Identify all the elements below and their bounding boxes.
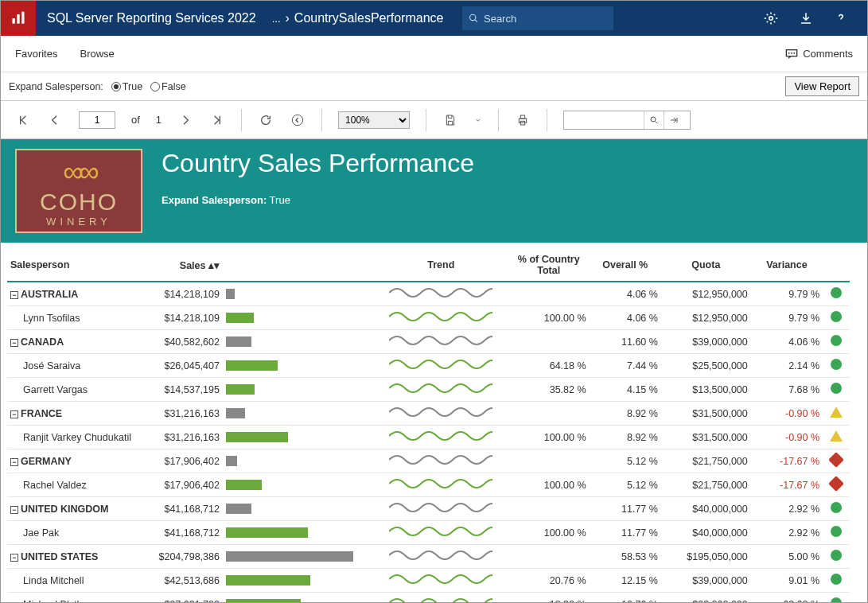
country-row: −UNITED STATES $204,798,386 58.53 % $195… <box>7 545 850 569</box>
nav-tabs: Favorites Browse Comments <box>1 36 867 72</box>
kpi-indicator <box>831 526 842 537</box>
col-quota[interactable]: Quota <box>661 249 751 282</box>
expand-toggle[interactable]: − <box>10 554 18 562</box>
salesperson-row: Jae Pak $41,168,712 100.00 % 11.77 % $40… <box>7 521 850 545</box>
svg-line-4 <box>475 20 477 22</box>
salesperson-row: Rachel Valdez $17,906,402 100.00 % 5.12 … <box>7 473 850 497</box>
country-row: −GERMANY $17,906,402 5.12 % $21,750,000 … <box>7 449 850 473</box>
page-total: 1 <box>156 114 162 126</box>
svg-rect-11 <box>519 119 526 123</box>
salesperson-row: Ranjit Varkey Chudukatil $31,216,163 100… <box>7 426 850 449</box>
comments-label: Comments <box>803 48 853 60</box>
salesperson-row: Garrett Vargas $14,537,195 35.82 % 4.15 … <box>7 378 850 402</box>
kpi-indicator <box>830 430 843 442</box>
expand-toggle[interactable]: − <box>10 291 18 299</box>
col-trend[interactable]: Trend <box>374 249 508 282</box>
chart-icon <box>10 10 26 26</box>
page-of-label: of <box>131 114 140 126</box>
col-sales[interactable]: Sales ▴▾ <box>142 249 223 282</box>
report-header: ∞∞ COHO WINERY Country Sales Performance… <box>1 139 867 243</box>
kpi-indicator <box>831 287 842 298</box>
svg-point-9 <box>794 53 795 53</box>
app-title: SQL Server Reporting Services 2022 <box>36 11 267 25</box>
col-salesperson[interactable]: Salesperson <box>7 249 142 282</box>
svg-rect-2 <box>21 12 24 24</box>
comments-button[interactable]: Comments <box>785 48 853 60</box>
radio-true[interactable]: True <box>111 81 142 92</box>
parameter-bar: Expand Salesperson: True False View Repo… <box>1 72 867 101</box>
tab-browse[interactable]: Browse <box>80 48 114 60</box>
kpi-indicator <box>831 597 842 603</box>
comment-icon <box>785 49 798 60</box>
breadcrumb-report[interactable]: CountrySalesPerformance <box>294 11 444 25</box>
view-report-button[interactable]: View Report <box>785 76 859 96</box>
country-row: −CANADA $40,582,602 11.60 % $39,000,000 … <box>7 330 850 354</box>
breadcrumb-ellipsis[interactable]: ... <box>267 13 286 25</box>
col-variance[interactable]: Variance <box>751 249 823 282</box>
prev-page-button[interactable] <box>47 112 63 128</box>
report-viewport[interactable]: ∞∞ COHO WINERY Country Sales Performance… <box>1 139 867 603</box>
app-logo[interactable] <box>1 1 36 36</box>
gear-icon[interactable] <box>764 11 778 25</box>
salesperson-row: Lynn Tsofilas $14,218,109 100.00 % 4.06 … <box>7 306 850 330</box>
back-button[interactable] <box>290 112 306 128</box>
app-header: SQL Server Reporting Services 2022 ... ›… <box>1 1 867 36</box>
company-logo: ∞∞ COHO WINERY <box>15 149 142 233</box>
report-title: Country Sales Performance <box>162 149 474 178</box>
svg-point-14 <box>651 117 656 122</box>
find-next-button[interactable] <box>664 115 683 125</box>
kpi-indicator <box>831 359 842 370</box>
page-number-input[interactable] <box>79 111 115 129</box>
kpi-indicator <box>831 335 842 346</box>
salesperson-row: Linda Mitchell $42,513,686 20.76 % 12.15… <box>7 569 850 593</box>
svg-point-5 <box>769 17 773 21</box>
tab-favorites[interactable]: Favorites <box>15 48 57 60</box>
country-row: −AUSTRALIA $14,218,109 4.06 % $12,950,00… <box>7 282 850 306</box>
expand-toggle[interactable]: − <box>10 506 18 514</box>
param-label: Expand Salesperson: <box>9 81 103 92</box>
expand-toggle[interactable]: − <box>10 458 18 466</box>
kpi-indicator <box>828 452 844 468</box>
find-button[interactable] <box>644 115 664 125</box>
download-icon[interactable] <box>799 11 813 25</box>
svg-rect-0 <box>13 18 15 24</box>
kpi-indicator <box>831 383 842 394</box>
svg-point-8 <box>792 53 792 53</box>
salesperson-row: Michael Blythe $37,631,782 18.38 % 10.76… <box>7 593 850 604</box>
svg-point-7 <box>788 53 789 53</box>
first-page-button[interactable] <box>15 112 31 128</box>
col-pct-country[interactable]: % of Country Total <box>508 249 590 282</box>
breadcrumb-sep: › <box>286 11 290 25</box>
radio-false[interactable]: False <box>150 81 186 92</box>
search-icon <box>469 13 479 24</box>
next-page-button[interactable] <box>177 112 193 128</box>
find-box <box>563 111 691 130</box>
find-input[interactable] <box>564 115 644 126</box>
zoom-select[interactable]: 100% <box>338 111 410 129</box>
salesperson-row: José Saraiva $26,045,407 64.18 % 7.44 % … <box>7 354 850 378</box>
help-icon[interactable] <box>834 11 848 25</box>
kpi-indicator <box>830 407 843 418</box>
print-button[interactable] <box>515 112 531 128</box>
svg-rect-12 <box>520 115 524 119</box>
save-dropdown[interactable] <box>474 112 482 128</box>
svg-rect-1 <box>17 14 19 24</box>
country-row: −UNITED KINGDOM $41,168,712 11.77 % $40,… <box>7 497 850 521</box>
col-overall[interactable]: Overall % <box>590 249 661 282</box>
sales-table: Salesperson Sales ▴▾ Trend % of Country … <box>7 249 850 603</box>
refresh-button[interactable] <box>258 112 274 128</box>
last-page-button[interactable] <box>209 112 225 128</box>
search-input[interactable] <box>484 13 607 25</box>
kpi-indicator <box>831 574 842 585</box>
report-param-display: Expand Salesperson: True <box>162 194 474 206</box>
search-box[interactable] <box>462 6 613 30</box>
save-button[interactable] <box>442 112 458 128</box>
expand-toggle[interactable]: − <box>10 410 18 418</box>
kpi-indicator <box>831 502 842 513</box>
svg-point-3 <box>470 14 476 20</box>
svg-line-15 <box>656 121 658 123</box>
viewer-toolbar: of 1 100% <box>1 101 867 139</box>
svg-point-10 <box>292 115 302 125</box>
country-row: −FRANCE $31,216,163 8.92 % $31,500,000 -… <box>7 402 850 426</box>
expand-toggle[interactable]: − <box>10 339 18 347</box>
